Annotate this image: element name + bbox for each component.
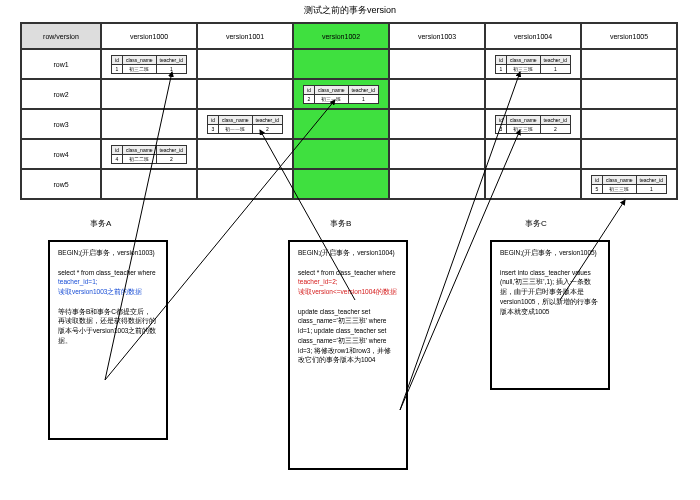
mh-id: id [592, 175, 603, 184]
header-v1003: version1003 [389, 23, 485, 49]
txC-label: 事务C [525, 218, 547, 229]
header-rowversion: row/version [21, 23, 101, 49]
v: 2 [252, 124, 282, 133]
cell-r2-v1004 [485, 79, 581, 109]
record-r1-v1000: idclass_nameteacher_id1初三二班1 [111, 55, 187, 74]
v: 1 [636, 184, 666, 193]
mh-id: id [496, 55, 507, 64]
txC-begin: BEGIN;(开启事务，version1005) [500, 248, 600, 258]
cell-r2-v1005 [581, 79, 677, 109]
mh-id: id [112, 145, 123, 154]
cell-r1-v1004: idclass_nameteacher_id1初三三班1 [485, 49, 581, 79]
cell-r5-v1004 [485, 169, 581, 199]
v: 1 [156, 64, 186, 73]
row1: row1 idclass_nameteacher_id1初三二班1 idclas… [21, 49, 677, 79]
record-r3-v1004: idclass_nameteacher_id3初三三班2 [495, 115, 571, 134]
cell-r3-v1004: idclass_nameteacher_id3初三三班2 [485, 109, 581, 139]
v: 初三二班 [122, 64, 156, 73]
txB-label: 事务B [330, 218, 351, 229]
v: 初三三班 [602, 184, 636, 193]
cell-r1-v1001 [197, 49, 293, 79]
cell-r5-v1002 [293, 169, 389, 199]
mh-id: id [304, 85, 315, 94]
v: 4 [112, 154, 123, 163]
record-r1-v1004: idclass_nameteacher_id1初三三班1 [495, 55, 571, 74]
txA-sql1: select * from class_teacher where [58, 269, 156, 276]
mh-tid: teacher_id [540, 55, 570, 64]
txA-box: BEGIN;(开启事务，version1003) select * from c… [48, 240, 168, 440]
txC-body: insert into class_teacher values (null,'… [500, 269, 598, 315]
mh-tid: teacher_id [156, 55, 186, 64]
mh-tid: teacher_id [540, 115, 570, 124]
cell-r4-v1005 [581, 139, 677, 169]
v: 3 [496, 124, 507, 133]
cell-r3-v1001: idclass_nameteacher_id3初一一班2 [197, 109, 293, 139]
record-r2-v1002: idclass_nameteacher_id2初三一班1 [303, 85, 379, 104]
cell-r3-v1005 [581, 109, 677, 139]
cell-r4-v1000: idclass_nameteacher_id4初二二班2 [101, 139, 197, 169]
v: 1 [348, 94, 378, 103]
row3-label: row3 [21, 109, 101, 139]
txA-note2: 等待事务B和事务C都提交后，再读取数据，还是获得数据行的版本号小于version… [58, 308, 156, 344]
v: 1 [496, 64, 507, 73]
v: 2 [304, 94, 315, 103]
v: 初三三班 [506, 124, 540, 133]
txC-box: BEGIN;(开启事务，version1005) insert into cla… [490, 240, 610, 390]
header-v1005: version1005 [581, 23, 677, 49]
mh-cn: class_name [506, 115, 540, 124]
record-r3-v1001: idclass_nameteacher_id3初一一班2 [207, 115, 283, 134]
row2: row2 idclass_nameteacher_id2初三一班1 [21, 79, 677, 109]
v: 初二二班 [122, 154, 156, 163]
row4-label: row4 [21, 139, 101, 169]
row5: row5 idclass_nameteacher_id5初三三班1 [21, 169, 677, 199]
cell-r5-v1003 [389, 169, 485, 199]
v: 2 [540, 124, 570, 133]
row4: row4 idclass_nameteacher_id4初二二班2 [21, 139, 677, 169]
cell-r3-v1003 [389, 109, 485, 139]
cell-r2-v1000 [101, 79, 197, 109]
cell-r2-v1003 [389, 79, 485, 109]
v: 1 [540, 64, 570, 73]
header-v1004: version1004 [485, 23, 581, 49]
mh-id: id [112, 55, 123, 64]
mh-cn: class_name [314, 85, 348, 94]
v: 5 [592, 184, 603, 193]
cell-r3-v1000 [101, 109, 197, 139]
record-r4-v1000: idclass_nameteacher_id4初二二班2 [111, 145, 187, 164]
cell-r5-v1005: idclass_nameteacher_id5初三三班1 [581, 169, 677, 199]
cell-r2-v1001 [197, 79, 293, 109]
txB-note1: 读取version<=version1004的数据 [298, 288, 397, 295]
mh-tid: teacher_id [156, 145, 186, 154]
cell-r4-v1001 [197, 139, 293, 169]
v: 1 [112, 64, 123, 73]
cell-r1-v1003 [389, 49, 485, 79]
record-r5-v1005: idclass_nameteacher_id5初三三班1 [591, 175, 667, 194]
mh-tid: teacher_id [252, 115, 282, 124]
mh-tid: teacher_id [636, 175, 666, 184]
cell-r2-v1002: idclass_nameteacher_id2初三一班1 [293, 79, 389, 109]
row2-label: row2 [21, 79, 101, 109]
header-v1000: version1000 [101, 23, 197, 49]
cell-r4-v1003 [389, 139, 485, 169]
v: 2 [156, 154, 186, 163]
v: 3 [208, 124, 219, 133]
cell-r4-v1002 [293, 139, 389, 169]
cell-r1-v1005 [581, 49, 677, 79]
cell-r1-v1000: idclass_nameteacher_id1初三二班1 [101, 49, 197, 79]
txB-note2: update class_teacher set class_name='初三三… [298, 308, 391, 364]
row3: row3 idclass_nameteacher_id3初一一班2 idclas… [21, 109, 677, 139]
cell-r5-v1000 [101, 169, 197, 199]
txB-begin: BEGIN;(开启事务，version1004) [298, 248, 398, 258]
diagram-title: 测试之前的事务version [0, 0, 700, 23]
version-grid: row/version version1000 version1001 vers… [20, 22, 678, 200]
mh-cn: class_name [218, 115, 252, 124]
mh-tid: teacher_id [348, 85, 378, 94]
header-v1001: version1001 [197, 23, 293, 49]
txA-sql2: teacher_id=1; [58, 278, 98, 285]
cell-r5-v1001 [197, 169, 293, 199]
cell-r1-v1002 [293, 49, 389, 79]
v: 初三三班 [506, 64, 540, 73]
header-row: row/version version1000 version1001 vers… [21, 23, 677, 49]
cell-r3-v1002 [293, 109, 389, 139]
v: 初三一班 [314, 94, 348, 103]
